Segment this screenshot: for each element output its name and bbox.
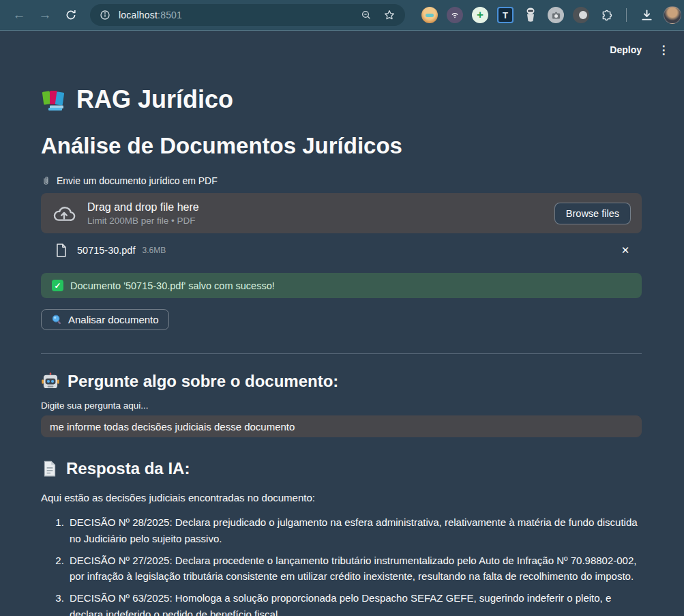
browser-toolbar: ← → localhost:8501	[0, 0, 684, 31]
extension-plus-icon[interactable]: +	[472, 7, 488, 23]
books-icon	[41, 87, 67, 112]
app-menu-icon[interactable]: ⋮	[655, 43, 672, 57]
back-icon[interactable]: ←	[8, 4, 30, 26]
robot-icon	[41, 372, 60, 391]
toolbar-separator	[626, 8, 627, 22]
dropzone-hint: Limit 200MB per file • PDF	[87, 216, 544, 226]
url-port: :8501	[158, 10, 182, 20]
page-title: Análise de Documentos Jurídicos	[41, 133, 642, 159]
decision-item: DECISÃO Nº 27/2025: Declara procedente o…	[67, 553, 642, 585]
browse-files-button[interactable]: Browse files	[554, 203, 631, 224]
dropzone-texts: Drag and drop file here Limit 200MB per …	[87, 201, 544, 226]
answer-intro: Aqui estão as decisões judiciais encontr…	[41, 490, 642, 505]
app-title: RAG Jurídico	[41, 85, 642, 114]
bookmark-star-icon[interactable]	[381, 6, 398, 24]
extension-text-icon[interactable]: T	[497, 7, 514, 23]
file-dropzone[interactable]: Drag and drop file here Limit 200MB per …	[41, 193, 642, 233]
decision-item: DECISÃO Nº 63/2025: Homologa a solução p…	[67, 590, 642, 616]
analyze-button-label: Analisar documento	[68, 314, 159, 325]
app-title-text: RAG Jurídico	[76, 85, 233, 114]
magnifier-blue-icon	[51, 314, 63, 325]
decisions-list: DECISÃO Nº 28/2025: Declara prejudicado …	[41, 514, 642, 616]
document-icon	[41, 460, 59, 478]
site-info-icon[interactable]	[97, 7, 113, 23]
check-icon: ✓	[52, 280, 63, 291]
paperclip-icon	[41, 176, 51, 186]
deploy-button[interactable]: Deploy	[610, 44, 642, 55]
reload-icon[interactable]	[60, 4, 82, 26]
extension-robot-icon[interactable]	[522, 7, 539, 23]
profile-avatar[interactable]	[664, 6, 681, 24]
extensions-row: + T ⋮	[421, 6, 684, 24]
ai-answer: Aqui estão as decisões judiciais encontr…	[41, 490, 642, 616]
forward-icon[interactable]: →	[34, 4, 56, 26]
uploaded-file-row: 50715-30.pdf 3.6MB ✕	[41, 240, 642, 261]
remove-file-icon[interactable]: ✕	[617, 244, 634, 256]
dropzone-title: Drag and drop file here	[87, 201, 544, 214]
section-divider	[41, 353, 642, 354]
extension-camera-icon[interactable]	[548, 7, 564, 23]
decision-item: DECISÃO Nº 28/2025: Declara prejudicado …	[67, 514, 642, 546]
cloud-upload-icon	[52, 203, 76, 224]
question-input[interactable]	[41, 415, 642, 437]
file-icon	[55, 242, 68, 259]
url-host: localhost	[119, 10, 158, 20]
downloads-icon[interactable]	[638, 7, 655, 23]
answer-heading: Resposta da IA:	[41, 459, 642, 478]
question-heading-text: Pergunte algo sobre o documento:	[68, 372, 338, 391]
uploader-label: Envie um documento jurídico em PDF	[41, 175, 642, 186]
extension-sphere-icon[interactable]	[573, 7, 589, 23]
answer-heading-text: Resposta da IA:	[66, 459, 190, 478]
address-bar[interactable]: localhost:8501	[90, 4, 405, 26]
file-name: 50715-30.pdf	[77, 245, 135, 256]
question-heading: Pergunte algo sobre o documento:	[41, 372, 642, 391]
zoom-icon[interactable]	[357, 6, 375, 24]
uploader-label-text: Envie um documento jurídico em PDF	[57, 175, 218, 186]
success-alert: ✓ Documento '50715-30.pdf' salvo com suc…	[41, 273, 642, 298]
app-header: Deploy ⋮	[0, 31, 684, 69]
extension-monkey-icon[interactable]	[421, 7, 438, 23]
extensions-puzzle-icon[interactable]	[598, 7, 614, 23]
success-message: Documento '50715-30.pdf' salvo com suces…	[70, 280, 275, 291]
streamlit-app: Deploy ⋮ RAG Jurídico Análise de Documen…	[0, 31, 684, 616]
analyze-document-button[interactable]: Analisar documento	[41, 309, 169, 330]
file-size: 3.6MB	[142, 246, 166, 255]
question-input-label: Digite sua pergunta aqui...	[41, 400, 642, 411]
extension-wifi-icon[interactable]	[447, 7, 463, 23]
